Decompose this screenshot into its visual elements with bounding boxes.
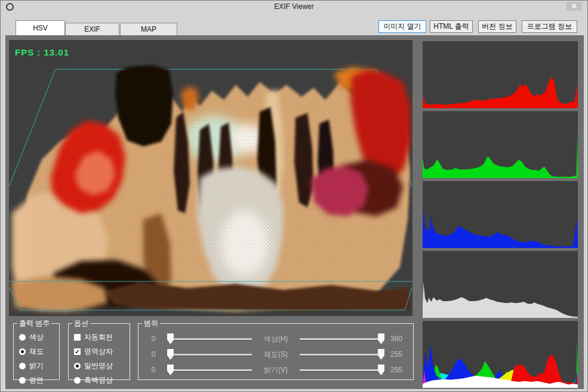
- output-category-group: 출력 범주 색상 채도 밝기 평면: [13, 323, 60, 380]
- saturation-range-label: 채도(S): [258, 350, 294, 360]
- saturation-range-row: 0 채도(S) 255: [146, 347, 408, 362]
- 3d-scene: [9, 40, 412, 316]
- saturation-min-value: 0: [146, 350, 161, 359]
- hue-min-slider[interactable]: [166, 333, 253, 345]
- slider-thumb[interactable]: [378, 349, 384, 360]
- hue-range-label: 색상(H): [258, 334, 294, 344]
- slider-thumb[interactable]: [378, 365, 384, 375]
- radio-icon[interactable]: [19, 363, 26, 369]
- hue-min-value: 0: [146, 335, 161, 343]
- radio-grayscale-image[interactable]: 흑백영상: [69, 373, 130, 387]
- hue-max-slider[interactable]: [298, 333, 386, 345]
- slider-thumb[interactable]: [167, 349, 174, 360]
- checkbox-label: 자동회전: [84, 332, 113, 342]
- radio-label: 평면: [29, 375, 44, 385]
- slider-thumb[interactable]: [167, 333, 174, 344]
- version-info-button[interactable]: 버전 정보: [478, 20, 516, 33]
- radio-label: 채도: [29, 347, 44, 357]
- close-icon[interactable]: ✕: [566, 2, 582, 11]
- slider-track[interactable]: [167, 354, 252, 356]
- slider-track[interactable]: [300, 338, 384, 341]
- histogram-blue: [423, 181, 578, 248]
- slider-thumb[interactable]: [167, 365, 174, 375]
- saturation-max-slider[interactable]: [298, 348, 386, 360]
- checkbox-bounding-box[interactable]: ✓ 영역상자: [69, 344, 130, 359]
- hsv-tab-panel: FPS : 13.01 출력 범주 색상 채도 밝기 평면 옵션 자동회전: [5, 35, 584, 389]
- slider-track[interactable]: [300, 369, 384, 372]
- titlebar: EXIF Viewer ✕: [1, 1, 587, 13]
- value-range-label: 밝기(V): [258, 365, 294, 375]
- checkbox-label: 영역상자: [84, 347, 113, 357]
- group-title: 범위: [142, 318, 160, 329]
- saturation-max-value: 255: [390, 350, 408, 359]
- radio-icon[interactable]: [74, 363, 81, 369]
- value-min-slider[interactable]: [166, 364, 253, 376]
- radio-value[interactable]: 밝기: [14, 359, 59, 373]
- radio-label: 일반영상: [84, 361, 113, 371]
- histogram-hsv-combined: [423, 321, 578, 388]
- radio-label: 색상: [29, 332, 44, 342]
- histogram-red: [423, 41, 578, 108]
- tab-hsv[interactable]: HSV: [16, 20, 65, 35]
- window-title: EXIF Viewer: [1, 2, 587, 11]
- options-group: 옵션 자동회전 ✓ 영역상자 일반영상 흑백영상: [68, 323, 130, 380]
- tab-map[interactable]: MAP: [120, 23, 177, 35]
- tab-exif[interactable]: EXIF: [65, 23, 119, 35]
- slider-track[interactable]: [167, 338, 252, 341]
- group-title: 출력 범주: [17, 318, 51, 329]
- slider-track[interactable]: [167, 369, 252, 372]
- radio-plane[interactable]: 평면: [14, 373, 59, 387]
- histogram-luminance: [423, 251, 578, 318]
- value-max-value: 255: [390, 366, 408, 374]
- radio-icon[interactable]: [19, 348, 26, 355]
- html-output-button[interactable]: HTML 출력: [430, 20, 473, 33]
- value-range-row: 0 밝기(V) 255: [146, 362, 408, 378]
- radio-hue[interactable]: 색상: [14, 330, 59, 344]
- fps-counter: FPS : 13.01: [15, 47, 69, 57]
- checkbox-icon[interactable]: ✓: [74, 348, 81, 355]
- checkbox-auto-rotate[interactable]: 자동회전: [69, 330, 130, 344]
- group-title: 옵션: [72, 318, 90, 329]
- hue-max-value: 360: [390, 335, 408, 343]
- radio-label: 밝기: [29, 361, 44, 371]
- value-min-value: 0: [146, 366, 161, 374]
- hue-range-row: 0 색상(H) 360: [146, 331, 408, 347]
- dither-noise-overlay: [33, 76, 403, 309]
- checkbox-icon[interactable]: [74, 334, 81, 341]
- slider-thumb[interactable]: [378, 333, 384, 344]
- radio-label: 흑백영상: [84, 375, 113, 385]
- histogram-green: [423, 111, 578, 178]
- radio-icon[interactable]: [19, 334, 26, 341]
- radio-icon[interactable]: [74, 377, 81, 384]
- slider-track[interactable]: [300, 354, 384, 356]
- radio-icon[interactable]: [19, 377, 26, 384]
- range-group: 범위 0 색상(H) 360 0 채도(S) 255 0 밝기(V) 255: [138, 323, 414, 380]
- open-image-button[interactable]: 이미지 열기: [378, 20, 426, 33]
- program-info-button[interactable]: 프로그램 정보: [522, 20, 577, 33]
- radio-saturation[interactable]: 채도: [14, 344, 59, 359]
- radio-normal-image[interactable]: 일반영상: [69, 359, 130, 373]
- 3d-viewport[interactable]: FPS : 13.01: [9, 40, 412, 316]
- saturation-min-slider[interactable]: [166, 348, 253, 360]
- value-max-slider[interactable]: [298, 364, 386, 376]
